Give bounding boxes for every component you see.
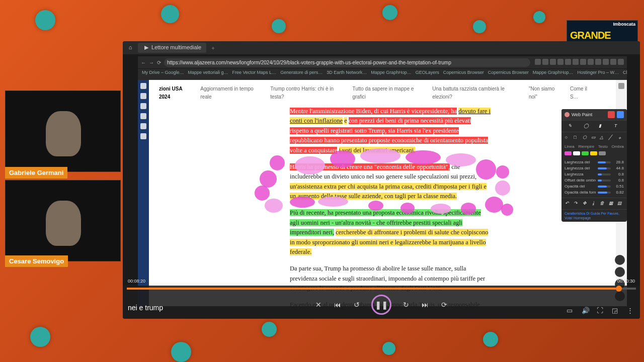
topnav-item[interactable]: Come il S…	[570, 85, 596, 101]
text-icon[interactable]: T	[614, 123, 620, 129]
download-icon[interactable]: ⭳	[591, 201, 597, 207]
topnav-item[interactable]: "Non siamo noi"	[529, 85, 563, 101]
webpaint-footer[interactable]: Caratteristica Di Guida Per Favore, Vota…	[561, 209, 627, 222]
new-tab-button[interactable]: ＋	[210, 44, 216, 52]
webpaint-header[interactable]: Web Paint	[561, 109, 627, 120]
webpaint-slider[interactable]: Larghezza0.8	[565, 172, 624, 176]
bookmark[interactable]: Mappe vettoriali g…	[188, 70, 228, 79]
redo-icon[interactable]: ↷	[574, 201, 580, 207]
erase-icon[interactable]: ▦	[609, 201, 615, 207]
article-body[interactable]: zioni USA 2024 Aggiornamenti in tempo re…	[149, 80, 616, 306]
webpaint-panel[interactable]: Web Paint ✎ ◯ ▮ T ○ □ ⬡	[561, 109, 627, 222]
share-icon[interactable]	[140, 123, 146, 129]
next-icon[interactable]: ⏭	[421, 300, 430, 309]
webpaint-slider[interactable]: Opacità della forma0.82	[565, 190, 624, 195]
bucket-icon[interactable]: ▮	[599, 123, 605, 129]
tool-button[interactable]	[615, 255, 625, 265]
pencil-icon[interactable]: ✎	[568, 123, 574, 129]
trash-icon[interactable]: 🗑	[600, 201, 606, 207]
bookmark[interactable]: Hostinger Pro – W…	[577, 70, 619, 79]
more-icon[interactable]: ⋮	[627, 307, 635, 315]
url-input[interactable]	[164, 58, 530, 67]
move-icon[interactable]: ✥	[583, 201, 589, 207]
extension-icons[interactable]	[533, 59, 624, 66]
webpaint-slider[interactable]: Offset delle ombre0.8	[565, 178, 624, 183]
webpaint-tool-row[interactable]: ✎ ◯ ▮ T	[561, 120, 627, 132]
hexagon-icon[interactable]: ⬡	[583, 135, 589, 141]
bookmark[interactable]: Generatore di pers…	[280, 70, 323, 79]
time-total: 00:00:30	[617, 279, 635, 284]
search-icon[interactable]	[618, 83, 624, 89]
volume-icon[interactable]: 🔊	[582, 307, 590, 315]
color-swatch[interactable]	[599, 151, 606, 155]
slider-track[interactable]	[598, 173, 611, 175]
rect-icon[interactable]: ▭	[591, 135, 597, 141]
topnav-item[interactable]: Aggiornamenti in tempo reale	[200, 85, 263, 101]
webpaint-close-button[interactable]	[608, 111, 615, 118]
tool-button[interactable]	[615, 267, 625, 277]
webpaint-swatches[interactable]	[561, 150, 627, 157]
article-paragraph: Harris ha promesso di creare una "econom…	[290, 162, 491, 202]
color-swatch[interactable]	[573, 151, 580, 155]
square-icon[interactable]: □	[574, 135, 580, 141]
bookmark[interactable]: Mappe GraphHop…	[533, 70, 574, 79]
fullscreen-icon[interactable]: ⛶	[597, 307, 605, 315]
webpaint-slider[interactable]: Larghezza del28.8	[565, 160, 624, 164]
bookmark[interactable]: Free Vector Maps L…	[232, 70, 277, 79]
player-tab[interactable]: ▶ Lettore multimediale	[138, 43, 206, 53]
webpaint-slider[interactable]: Larghezza del44.8	[565, 166, 624, 170]
pause-button[interactable]: ❚❚	[371, 295, 391, 315]
bookmark[interactable]: My Drive – Google…	[142, 70, 184, 79]
webpaint-bottom-row[interactable]: ↶ ↷ ✥ ⭳ 🗑 ▦ ▤	[561, 198, 627, 209]
bookmarks-bar[interactable]: My Drive – Google… Mappe vettoriali g… F…	[138, 68, 627, 80]
slider-track[interactable]	[598, 179, 611, 182]
share-icon[interactable]	[140, 113, 146, 119]
undo-icon[interactable]: ↶	[565, 201, 571, 207]
share-icon[interactable]	[140, 133, 146, 139]
webpaint-shape-row[interactable]: ○ □ ⬡ ▭ △ ╱ ＋	[561, 132, 627, 143]
reload-icon[interactable]: ⟳	[157, 60, 161, 65]
bookmark[interactable]: Copernicus Browser	[443, 70, 484, 79]
topnav-item[interactable]: Trump contro Harris: chi è in testa?	[270, 85, 345, 101]
slider-track[interactable]	[598, 192, 611, 194]
line-icon[interactable]: ╱	[609, 135, 615, 141]
topnav-item[interactable]: Tutto da sapere in mappe e grafici	[352, 85, 425, 101]
grid-icon[interactable]: ▤	[617, 201, 623, 207]
color-swatch[interactable]	[590, 151, 597, 155]
captions-icon[interactable]: ▭	[567, 307, 575, 315]
bookmark[interactable]: Copernicus Browser	[488, 70, 529, 79]
time-current: 00:08:20	[128, 279, 145, 284]
article-topnav[interactable]: zioni USA 2024 Aggiornamenti in tempo re…	[159, 85, 596, 101]
progress-handle[interactable]	[616, 286, 622, 292]
prev-icon[interactable]: ⏮	[333, 300, 342, 309]
pip-icon[interactable]: ◲	[612, 307, 620, 315]
forward-icon[interactable]: ↻	[401, 300, 411, 309]
plus-icon[interactable]: ＋	[617, 135, 623, 141]
color-swatch[interactable]	[582, 151, 589, 155]
forward-icon[interactable]: →	[149, 60, 154, 65]
circle-icon[interactable]: ○	[565, 135, 571, 141]
bookmark[interactable]: Mappe GraphHop…	[371, 70, 412, 79]
topnav-item[interactable]: Una battuta razzista cambierà le elezion…	[432, 85, 522, 101]
rewind-icon[interactable]: ↺	[352, 300, 361, 309]
back-icon[interactable]: ←	[141, 60, 146, 65]
slider-track[interactable]	[598, 167, 611, 169]
repeat-icon[interactable]: ⟳	[440, 300, 449, 309]
bookmark[interactable]: Checkout — Envat…	[623, 70, 627, 79]
bookmark[interactable]: GEOLayers	[416, 70, 439, 79]
topnav-lead[interactable]: zioni USA 2024	[159, 85, 193, 101]
share-icon[interactable]	[140, 103, 146, 109]
triangle-icon[interactable]: △	[600, 135, 606, 141]
webpaint-minimize-button[interactable]	[617, 111, 624, 118]
color-swatch[interactable]	[565, 151, 572, 155]
ellipse-icon[interactable]: ◯	[584, 123, 590, 129]
progress-bar[interactable]	[127, 288, 636, 290]
close-icon[interactable]	[140, 83, 146, 89]
share-icon[interactable]	[140, 93, 146, 99]
slider-track[interactable]	[598, 161, 611, 163]
webpaint-slider[interactable]: Opacità del0.51	[565, 184, 624, 189]
slider-track[interactable]	[598, 186, 611, 188]
shuffle-icon[interactable]: ✕	[314, 300, 323, 309]
bookmark[interactable]: 3D Earth Network…	[327, 70, 367, 79]
home-icon[interactable]: ⌂	[127, 44, 134, 51]
